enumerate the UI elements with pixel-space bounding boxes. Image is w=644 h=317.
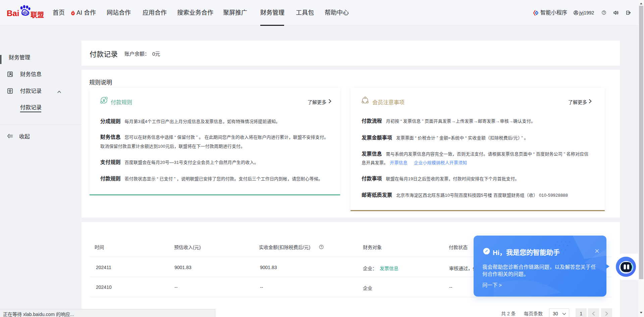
svg-text:du: du (22, 10, 29, 15)
